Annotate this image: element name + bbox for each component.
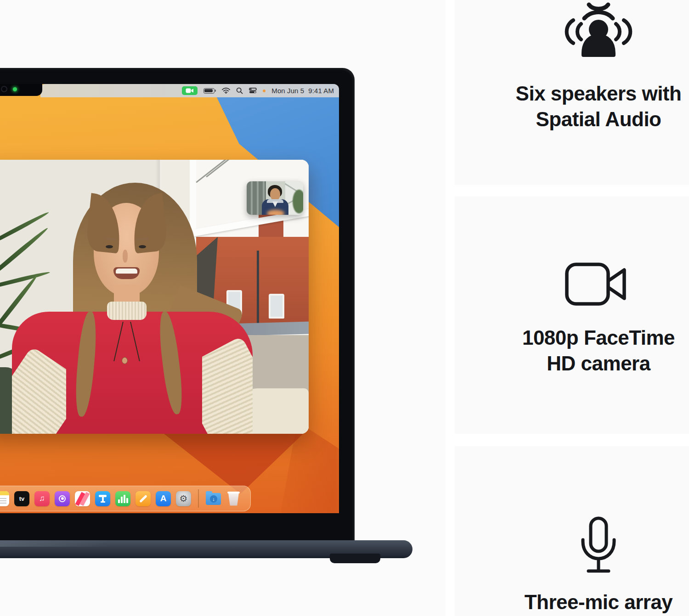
keynote-base	[101, 501, 105, 503]
dock-icon-numbers[interactable]	[115, 491, 130, 506]
numbers-bar	[121, 497, 123, 503]
notes-line	[0, 500, 6, 501]
dock-icon-apple-tv[interactable]: tv	[14, 491, 29, 506]
numbers-bar	[126, 498, 128, 503]
camera-notch	[0, 84, 42, 96]
dock-icon-downloads[interactable]: ↓	[206, 491, 221, 506]
house-window	[269, 294, 284, 319]
dock-icon-app-store[interactable]: A	[156, 491, 171, 506]
woman-eye	[106, 245, 113, 248]
microphone-icon	[575, 516, 622, 579]
video-camera-icon	[564, 261, 633, 308]
control-center-icon[interactable]	[249, 88, 257, 94]
dock-icon-music[interactable]: ♫	[34, 491, 50, 506]
feature-label-mic: Three-mic array	[470, 589, 689, 615]
facetime-window[interactable]	[0, 160, 309, 434]
webcam-lens	[1, 86, 7, 92]
trash-basket	[228, 492, 240, 506]
dock-icon-podcasts[interactable]	[55, 491, 70, 506]
dock-icon-system-settings[interactable]: ⚙	[176, 491, 191, 506]
feature-line: Spatial Audio	[470, 106, 689, 132]
notes-header	[0, 491, 9, 495]
dock: tv ♫	[0, 486, 251, 511]
woman-eye	[139, 245, 146, 248]
dock-icon-notes[interactable]	[0, 491, 9, 506]
menu-bar-time[interactable]: 9:41 AM	[308, 87, 334, 95]
facetime-pip[interactable]	[247, 181, 303, 215]
battery-nub	[215, 90, 216, 92]
feature-line: Six speakers with	[470, 81, 689, 106]
spotlight-search-icon[interactable]	[236, 87, 243, 94]
pip-plant	[293, 190, 303, 213]
feature-label-speakers: Six speakers with Spatial Audio	[470, 81, 689, 132]
drain-pipe	[257, 251, 259, 332]
tv-label: tv	[19, 495, 25, 502]
woman-nose	[123, 250, 128, 263]
feature-line: HD camera	[470, 351, 689, 376]
marketing-image: Mon Jun 5 9:41 AM	[0, 0, 689, 616]
numbers-bar	[124, 495, 125, 503]
gear-icon: ⚙	[180, 493, 188, 504]
appstore-glyph: A	[160, 493, 167, 504]
necklace-pendant	[122, 357, 128, 364]
dock-icon-trash[interactable]	[226, 491, 241, 506]
menu-bar-date[interactable]: Mon Jun 5	[271, 87, 304, 95]
dock-separator	[198, 489, 199, 508]
feature-card-mic: Three-mic array	[455, 446, 689, 616]
battery-icon	[203, 88, 215, 94]
feature-line: Three-mic array	[470, 589, 689, 615]
macbook-screen: Mon Jun 5 9:41 AM	[0, 84, 339, 513]
keynote-stem	[102, 497, 104, 501]
trash-rim	[227, 492, 240, 493]
wifi-icon[interactable]	[222, 88, 230, 94]
menu-bar: Mon Jun 5 9:41 AM	[40, 84, 339, 97]
woman-smile	[113, 267, 140, 279]
macbook-rubber-foot	[330, 554, 380, 563]
left-panel: Mon Jun 5 9:41 AM	[0, 0, 446, 616]
dock-icon-news[interactable]	[75, 491, 90, 506]
notes-line	[0, 503, 6, 504]
man-face	[270, 188, 280, 201]
feature-line: 1080p FaceTime	[470, 325, 689, 351]
podcasts-ring	[59, 495, 66, 502]
screen-sharing-dot	[263, 90, 265, 92]
feature-label-camera: 1080p FaceTime HD camera	[470, 325, 689, 376]
camera-active-led	[13, 87, 17, 91]
video-camera-glyph	[186, 88, 194, 93]
notes-line	[0, 498, 6, 499]
feature-card-camera: 1080p FaceTime HD camera	[455, 196, 689, 434]
ribbed-collar	[107, 302, 147, 320]
spatial-audio-icon	[564, 1, 633, 70]
facetime-active-indicator[interactable]	[182, 86, 198, 95]
man-hand-blur	[267, 210, 284, 215]
dock-icon-keynote[interactable]	[95, 491, 110, 506]
pages-pen	[139, 494, 147, 503]
macbook-base-highlight	[0, 540, 115, 547]
podcasts-dot	[61, 497, 64, 500]
music-note-glyph: ♫	[39, 494, 45, 503]
numbers-bar	[118, 499, 120, 503]
feature-card-speakers: Six speakers with Spatial Audio	[455, 0, 689, 185]
download-arrow-icon: ↓	[210, 495, 217, 503]
woman-teeth	[116, 269, 137, 274]
dock-icon-pages[interactable]	[136, 491, 151, 506]
battery-status[interactable]	[203, 88, 216, 94]
